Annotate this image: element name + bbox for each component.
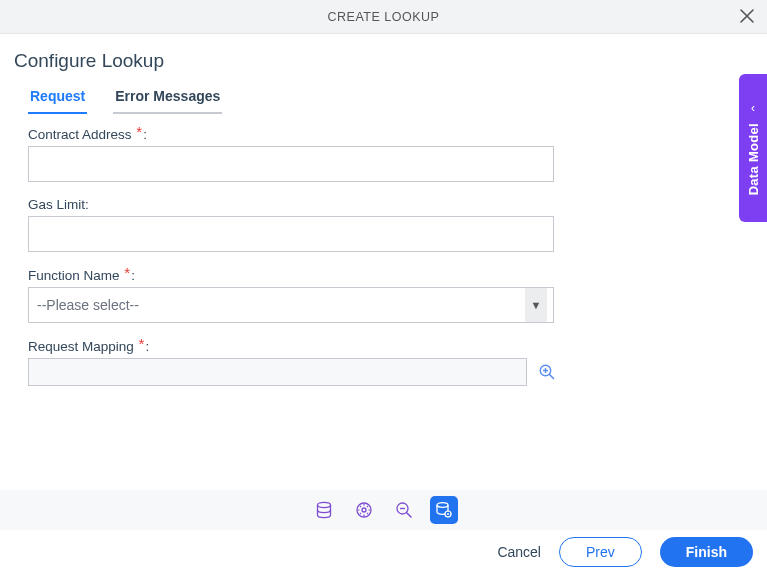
tab-error-messages[interactable]: Error Messages — [113, 84, 222, 114]
prev-button[interactable]: Prev — [559, 537, 642, 567]
cancel-button[interactable]: Cancel — [497, 544, 541, 560]
footer: Cancel Prev Finish — [0, 530, 767, 574]
tab-request[interactable]: Request — [28, 84, 87, 114]
field-function-name: Function Name *: --Please select-- ▼ — [28, 266, 558, 323]
dialog-title: CREATE LOOKUP — [328, 10, 440, 24]
magnifier-plus-icon — [538, 363, 556, 381]
close-button[interactable] — [735, 4, 759, 28]
database-gear-icon — [434, 500, 454, 520]
close-icon — [740, 9, 754, 23]
required-indicator: * — [139, 335, 145, 352]
database-icon — [314, 500, 334, 520]
select-function-name[interactable]: --Please select-- ▼ — [28, 287, 554, 323]
finish-button[interactable]: Finish — [660, 537, 753, 567]
field-gas-limit: Gas Limit: — [28, 196, 558, 252]
bottom-iconbar — [0, 490, 767, 530]
chevron-left-icon: ‹ — [751, 101, 755, 115]
required-indicator: * — [124, 264, 130, 281]
edit-lookup-button[interactable] — [350, 496, 378, 524]
input-request-mapping[interactable] — [28, 358, 527, 386]
label-request-mapping: Request Mapping *: — [28, 337, 149, 354]
magnifier-minus-icon — [394, 500, 414, 520]
svg-point-1 — [317, 502, 330, 507]
select-function-selected: --Please select-- — [37, 297, 139, 313]
svg-point-7 — [447, 513, 449, 515]
field-contract-address: Contract Address *: — [28, 125, 558, 182]
form-request: Contract Address *: Gas Limit: Function … — [0, 115, 572, 386]
test-lookup-button[interactable] — [390, 496, 418, 524]
datasource-button[interactable] — [310, 496, 338, 524]
input-contract-address[interactable] — [28, 146, 554, 182]
open-mapping-button[interactable] — [535, 360, 558, 384]
dialog-titlebar: CREATE LOOKUP — [0, 0, 767, 34]
configure-lookup-button[interactable] — [430, 496, 458, 524]
page-heading: Configure Lookup — [0, 34, 767, 76]
tabs: Request Error Messages — [0, 76, 767, 115]
svg-point-5 — [437, 503, 448, 508]
label-contract-address: Contract Address *: — [28, 125, 147, 142]
side-panel-data-model[interactable]: ‹ Data Model — [739, 74, 767, 222]
label-gas-limit: Gas Limit: — [28, 197, 89, 212]
chevron-down-icon: ▼ — [525, 288, 547, 322]
dialog-create-lookup: CREATE LOOKUP Configure Lookup Request E… — [0, 0, 767, 574]
label-function-name: Function Name *: — [28, 266, 135, 283]
field-request-mapping: Request Mapping *: — [28, 337, 558, 386]
required-indicator: * — [136, 123, 142, 140]
gear-circle-icon — [354, 500, 374, 520]
svg-point-3 — [362, 508, 366, 512]
input-gas-limit[interactable] — [28, 216, 554, 252]
side-panel-label: Data Model — [746, 123, 761, 195]
